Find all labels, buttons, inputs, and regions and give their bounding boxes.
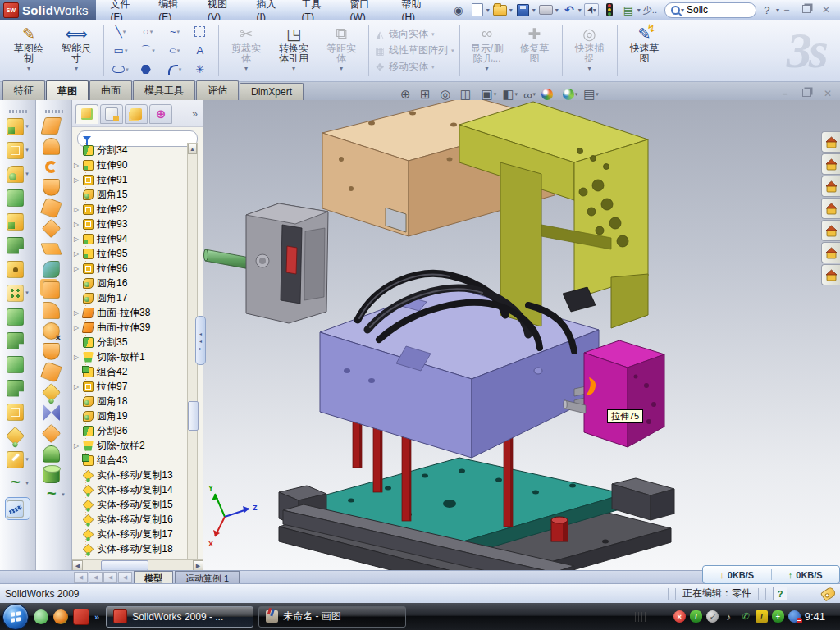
ribbon-tab[interactable]: 草图	[46, 80, 89, 101]
insert-mold-folder-icon[interactable]: ▾	[43, 404, 65, 422]
tree-item[interactable]: ▷ 圆角16	[72, 276, 192, 290]
offset-entities-button[interactable]: ⧉ 等距实 体 ▾	[317, 20, 365, 81]
circle-tool[interactable]: ○ ▾	[135, 23, 161, 41]
move-copy-body-icon[interactable]: ▾	[7, 426, 29, 445]
solidworks-quick-icon[interactable]	[73, 609, 89, 625]
taskbar-task-button[interactable]: SolidWorks 2009 - ...	[106, 606, 253, 628]
tree-item[interactable]: ▷ 拉伸97	[72, 379, 192, 394]
move-entities-icon[interactable]: ✥ 移动实体 ▾	[374, 60, 454, 74]
tree-item[interactable]: ▷ 实体-移动/复制18	[72, 541, 192, 556]
combine-feature-icon[interactable]: ▾	[7, 402, 29, 422]
line-tool[interactable]: ╲ ▾	[107, 23, 134, 41]
solidworks-resources-icon[interactable]	[821, 153, 840, 175]
last-tab-icon[interactable]: ◀	[118, 572, 132, 583]
planar-surface-icon[interactable]: ▾	[43, 240, 65, 258]
tree-item[interactable]: ▷ 曲面-拉伸38	[72, 305, 192, 320]
sketch-button[interactable]: ✎ 草图绘 制 ▾	[5, 20, 52, 81]
tree-item[interactable]: ▷ 实体-移动/复制17	[72, 527, 192, 541]
quick-launch-chevron[interactable]: »	[94, 612, 99, 622]
delete-face-icon[interactable]: ▾	[43, 322, 65, 340]
expand-arrow-icon[interactable]: ▷	[74, 235, 83, 243]
edit-appearance-icon[interactable]: ▾	[541, 89, 557, 100]
tree-item[interactable]: ▷ 实体-移动/复制16	[72, 512, 192, 527]
ribbon-tab[interactable]: 模具工具	[133, 80, 195, 100]
open-icon[interactable]	[492, 2, 509, 17]
select-box-tool[interactable]: ▾	[189, 23, 215, 41]
ellipse-tool[interactable]: ○ ▾	[162, 42, 188, 60]
expand-arrow-icon[interactable]: ▷	[74, 383, 83, 390]
hide-show-items-icon[interactable]: ∞ ▾	[523, 88, 536, 102]
slot-tool[interactable]: ▾	[107, 61, 134, 79]
rectangle-tool[interactable]: ▭ ▾	[107, 42, 134, 60]
undo-icon[interactable]: ↶	[561, 2, 578, 17]
model-tab[interactable]: 模型	[134, 571, 173, 584]
search-input[interactable]: ▾ Solic	[664, 2, 756, 18]
view-orientation-icon[interactable]: ▣ ▾	[482, 87, 497, 102]
first-tab-icon[interactable]: ◀	[74, 572, 88, 583]
expand-arrow-icon[interactable]: ▷	[74, 354, 83, 361]
new-document-icon[interactable]	[469, 2, 486, 17]
trim-entities-button[interactable]: ✂ 剪裁实 体 ▾	[222, 20, 270, 81]
section-view-icon[interactable]: ◫ ▾	[460, 87, 476, 102]
options-list-icon[interactable]: ▤	[620, 2, 637, 17]
offset-surface-icon[interactable]: ▾	[43, 219, 65, 237]
doc-minimize-icon[interactable]: –	[778, 88, 792, 99]
expand-arrow-icon[interactable]: ▷	[74, 162, 83, 169]
linear-pattern-icon[interactable]: ▦ 线性草图阵列 ▾	[374, 43, 454, 57]
next-tab-icon[interactable]: ◀	[103, 572, 117, 583]
freeform-icon[interactable]: ▾	[43, 486, 65, 504]
extended-surface-icon[interactable]: ▾	[45, 158, 62, 176]
zoom-fit-icon[interactable]: ⊕ ▾	[400, 87, 414, 102]
shield-plus-icon[interactable]: +	[772, 610, 784, 623]
text-tool[interactable]: A ▾	[189, 42, 215, 60]
doc-restore-icon[interactable]	[799, 88, 814, 99]
select-tool-button[interactable]: ➤▾	[584, 3, 599, 16]
scroll-up-icon[interactable]: ▲	[188, 144, 197, 154]
tree-item[interactable]: ▷ 圆角15	[72, 187, 192, 202]
expand-arrow-icon[interactable]: ▷	[74, 221, 83, 228]
keyboard-layout-icon[interactable]	[632, 612, 648, 622]
rapid-sketch-button[interactable]: ✎ 快速草 图	[621, 20, 669, 81]
bend-icon[interactable]: ▾	[43, 301, 65, 319]
scrollbar-thumb[interactable]	[188, 401, 199, 431]
tree-item[interactable]: ▷ 分割35	[72, 335, 192, 349]
spline-tool[interactable]: ~ ▾	[162, 23, 188, 41]
antivirus-icon[interactable]: !	[690, 610, 702, 623]
draft-icon[interactable]: ▾	[7, 378, 29, 398]
tag-icon[interactable]	[820, 586, 837, 601]
apply-scene-icon[interactable]: ▾	[563, 89, 578, 100]
appearances-scenes-icon[interactable]	[821, 242, 840, 263]
file-explorer-icon[interactable]	[821, 198, 840, 219]
tree-item[interactable]: ▷ 拉伸94	[72, 231, 192, 246]
expand-arrow-icon[interactable]: ▷	[74, 265, 83, 272]
sync-blocked-icon[interactable]	[788, 610, 801, 623]
pin-icon[interactable]: ◉	[450, 2, 467, 17]
lofted-boss-icon[interactable]: ▾	[7, 212, 29, 231]
sketch-fillet-tool[interactable]: ▾	[162, 61, 188, 79]
tree-horizontal-scrollbar[interactable]: ◀ ▶	[72, 559, 203, 570]
messenger-icon[interactable]	[34, 609, 48, 624]
traffic-light-icon[interactable]	[601, 2, 618, 17]
doc-close-icon[interactable]: ✕	[820, 88, 835, 99]
tree-item[interactable]: ▷ 切除-放样2	[72, 438, 192, 453]
mirror-feature-icon[interactable]: ▾	[7, 307, 29, 326]
shell-icon[interactable]: ▾	[7, 354, 29, 374]
move-face-icon[interactable]: ▾	[43, 383, 65, 401]
thicken-icon[interactable]: ▾	[43, 281, 65, 299]
repair-sketch-button[interactable]: ✚ 修复草 图	[511, 20, 559, 81]
tooling-split-icon[interactable]: ▾	[43, 424, 65, 442]
tree-item[interactable]: ▷ 圆角18	[72, 394, 192, 409]
dimxpertmanager-tab[interactable]: ⊕	[149, 104, 172, 124]
ribbon-tab[interactable]: 特征	[2, 80, 45, 100]
save-icon[interactable]	[515, 2, 532, 17]
flex-surface-icon[interactable]: ▾	[43, 199, 65, 217]
expand-arrow-icon[interactable]: ▷	[74, 206, 83, 213]
tree-item[interactable]: ▷ 分割34	[72, 143, 192, 158]
replace-face-icon[interactable]: ▾	[43, 342, 65, 360]
rib-icon[interactable]: ▾	[7, 331, 29, 350]
display-style-icon[interactable]: ◧ ▾	[502, 87, 518, 102]
volume-icon[interactable]: ♪	[723, 610, 735, 623]
revolved-boss-icon[interactable]: ▾	[7, 140, 29, 160]
update-icon[interactable]: ✓	[706, 610, 719, 623]
featuremanager-tab[interactable]	[75, 104, 98, 124]
